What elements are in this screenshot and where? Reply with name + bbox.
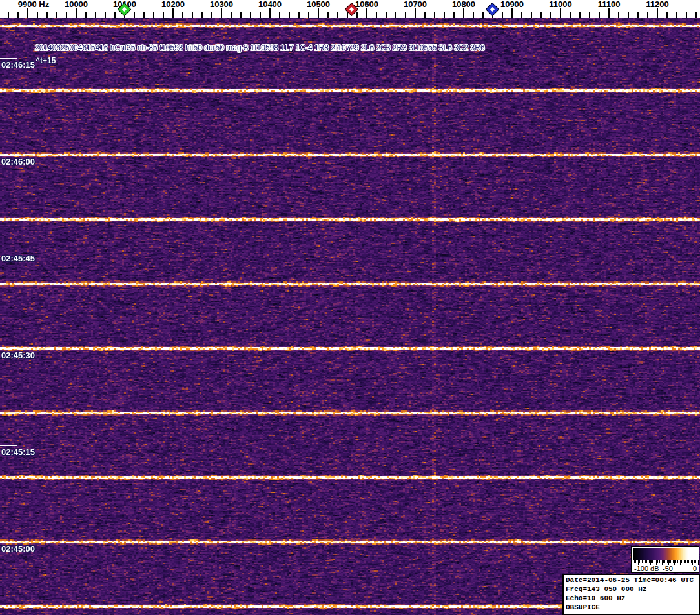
colorbar-tick (677, 560, 678, 563)
freq-minor-tick (637, 12, 639, 18)
colorbar-tick (649, 560, 650, 563)
colorbar-tick (635, 560, 636, 563)
freq-minor-tick (95, 12, 96, 18)
colorbar-gradient (633, 548, 698, 560)
colorbar-tick (654, 560, 654, 563)
time-label: 02:45:15 (1, 447, 35, 457)
station-info-box: Date=2014-06-25 Time=00:46 UTC Freq=143 … (562, 574, 700, 615)
freq-minor-tick (327, 12, 329, 18)
colorbar-tick (695, 560, 696, 563)
colorbar-tick (691, 560, 692, 563)
freq-major-tick (269, 8, 271, 18)
freq-minor-tick (695, 12, 697, 18)
freq-minor-tick (298, 12, 300, 18)
freq-minor-tick (66, 12, 67, 18)
freq-major-tick (415, 8, 416, 18)
colorbar-tick (659, 560, 659, 563)
freq-minor-tick (453, 12, 455, 18)
colorbar-tick (646, 560, 647, 563)
time-tick-line (0, 155, 17, 156)
freq-minor-tick (550, 12, 551, 18)
colorbar-tick (655, 560, 655, 563)
freq-minor-tick (424, 12, 426, 18)
freq-tick-label: 10700 (404, 0, 427, 8)
colorbar-tick (667, 560, 668, 563)
colorbar-tick (661, 560, 661, 563)
freq-minor-tick (599, 12, 600, 18)
freq-tick-label: 11200 (646, 0, 668, 8)
freq-major-tick (560, 8, 561, 18)
colorbar-tick (639, 560, 640, 563)
freq-minor-tick (211, 12, 212, 18)
freq-minor-tick (250, 12, 251, 18)
freq-minor-tick (618, 12, 619, 18)
freq-minor-tick (8, 12, 9, 18)
freq-tick-label: 10800 (452, 0, 475, 8)
freq-minor-tick (240, 12, 242, 18)
colorbar-tick (694, 560, 695, 563)
event-annotation: 20140625004615416 hCnt35 nb-85 f10598 hi… (35, 43, 485, 52)
time-label: 02:45:30 (1, 350, 35, 360)
colorbar-tick (643, 560, 643, 563)
colorbar-labels: -100 dB -50 0 (632, 565, 699, 572)
freq-minor-tick (540, 12, 542, 18)
colorbar-tick (664, 560, 665, 563)
freq-minor-tick (201, 12, 203, 18)
info-freq-line: Freq=143 050 000 Hz (566, 585, 697, 594)
freq-major-tick (366, 8, 367, 18)
frequency-ruler: 9900 Hz100001010010200103001040010500106… (0, 0, 700, 18)
freq-minor-tick (521, 12, 522, 18)
freq-minor-tick (279, 12, 280, 18)
freq-minor-tick (308, 12, 309, 18)
time-tick-line (0, 252, 17, 252)
colorbar-tick (684, 560, 685, 563)
colorbar-tick (641, 560, 641, 563)
colorbar-tick (645, 560, 646, 563)
colorbar-tick (663, 560, 664, 563)
colorbar-label-max: 0 (693, 565, 697, 572)
freq-tick-label: 10400 (258, 0, 282, 8)
freq-tick-label: 10000 (65, 0, 88, 8)
freq-minor-tick (37, 12, 38, 18)
freq-minor-tick (405, 12, 406, 18)
freq-tick-label: 9900 Hz (18, 0, 49, 8)
colorbar-tick (681, 560, 682, 563)
freq-minor-tick (114, 12, 116, 18)
colorbar-tick (677, 560, 677, 563)
colorbar-tick (673, 560, 674, 563)
colorbar-tick (688, 560, 689, 563)
colorbar-tick (652, 560, 653, 563)
freq-minor-tick (589, 12, 590, 18)
freq-minor-tick (666, 12, 668, 18)
colorbar-tick (687, 560, 688, 563)
freq-minor-tick (85, 12, 87, 18)
freq-minor-tick (482, 12, 484, 18)
colorbar-tick (657, 560, 658, 563)
freq-minor-tick (347, 12, 348, 18)
freq-minor-tick (260, 12, 261, 18)
marker-blue-diamond-icon[interactable] (485, 3, 499, 16)
freq-minor-tick (647, 12, 648, 18)
info-echo-line: Echo=10 600 Hz (566, 594, 697, 603)
time-tick-line (0, 348, 17, 349)
colorbar-tick (634, 560, 635, 563)
freq-minor-tick (182, 12, 183, 18)
colorbar-tick (672, 560, 672, 563)
time-tick-line (0, 542, 17, 543)
time-label: 02:45:00 (1, 544, 35, 554)
freq-major-tick (608, 8, 610, 18)
freq-minor-tick (628, 12, 629, 18)
freq-minor-tick (337, 12, 338, 18)
db-colorbar: -100 dB -50 0 (631, 546, 699, 573)
freq-minor-tick (17, 12, 19, 18)
freq-minor-tick (143, 12, 145, 18)
freq-minor-tick (192, 12, 193, 18)
freq-minor-tick (356, 12, 358, 18)
freq-minor-tick (163, 12, 164, 18)
freq-minor-tick (579, 12, 581, 18)
freq-minor-tick (444, 12, 445, 18)
freq-minor-tick (686, 12, 687, 18)
freq-minor-tick (105, 12, 106, 18)
colorbar-tick (679, 560, 679, 563)
freq-major-tick (76, 8, 77, 18)
